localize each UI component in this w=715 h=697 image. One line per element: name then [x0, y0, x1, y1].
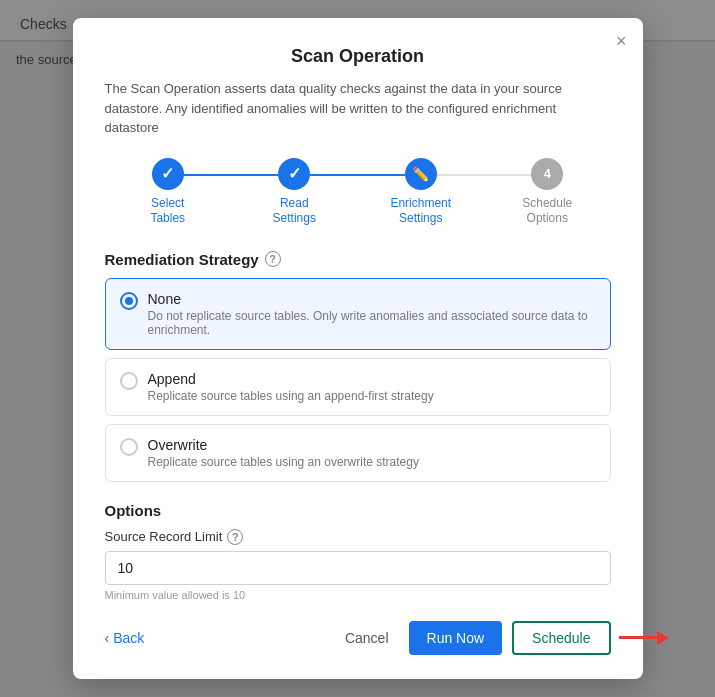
close-button[interactable]: × — [616, 32, 627, 50]
back-button[interactable]: ‹ Back — [105, 630, 145, 646]
remediation-options: None Do not replicate source tables. Onl… — [105, 278, 611, 482]
radio-circle-overwrite — [120, 438, 138, 456]
scan-operation-modal: × Scan Operation The Scan Operation asse… — [73, 18, 643, 679]
modal-overlay: × Scan Operation The Scan Operation asse… — [0, 0, 715, 697]
steps-container: ✓ SelectTables ✓ ReadSettings ✏️ Enrichm… — [105, 158, 611, 227]
step-circle-3: ✏️ — [405, 158, 437, 190]
schedule-button[interactable]: Schedule — [512, 621, 610, 655]
modal-description: The Scan Operation asserts data quality … — [105, 79, 611, 138]
arrow-line — [619, 636, 657, 639]
step-label-3: EnrichmentSettings — [390, 196, 451, 227]
source-record-limit-input[interactable] — [105, 551, 611, 585]
checkmark-icon-2: ✓ — [288, 164, 301, 183]
option-append-text: Append Replicate source tables using an … — [148, 371, 434, 403]
option-overwrite-desc: Replicate source tables using an overwri… — [148, 455, 419, 469]
arrow-head-icon — [657, 631, 669, 645]
option-append[interactable]: Append Replicate source tables using an … — [105, 358, 611, 416]
option-none-desc: Do not replicate source tables. Only wri… — [148, 309, 596, 337]
option-overwrite-label: Overwrite — [148, 437, 419, 453]
option-none-label: None — [148, 291, 596, 307]
options-heading: Options — [105, 502, 611, 519]
option-none[interactable]: None Do not replicate source tables. Onl… — [105, 278, 611, 350]
step-schedule-options: 4 ScheduleOptions — [484, 158, 611, 227]
modal-footer: ‹ Back Cancel Run Now Schedule — [105, 621, 611, 655]
step-select-tables: ✓ SelectTables — [105, 158, 232, 227]
footer-right: Cancel Run Now Schedule — [335, 621, 611, 655]
option-overwrite[interactable]: Overwrite Replicate source tables using … — [105, 424, 611, 482]
radio-circle-append — [120, 372, 138, 390]
radio-dot-none — [125, 297, 133, 305]
arrow-annotation — [619, 631, 669, 645]
source-record-limit-label: Source Record Limit ? — [105, 529, 611, 545]
run-now-button[interactable]: Run Now — [409, 621, 503, 655]
step-label-4: ScheduleOptions — [522, 196, 572, 227]
remediation-heading: Remediation Strategy ? — [105, 251, 611, 268]
option-append-desc: Replicate source tables using an append-… — [148, 389, 434, 403]
step-circle-1: ✓ — [152, 158, 184, 190]
options-section: Options Source Record Limit ? Minimum va… — [105, 502, 611, 601]
option-overwrite-text: Overwrite Replicate source tables using … — [148, 437, 419, 469]
checkmark-icon-1: ✓ — [161, 164, 174, 183]
back-chevron-icon: ‹ — [105, 630, 110, 646]
schedule-btn-wrapper: Schedule — [512, 621, 610, 655]
radio-circle-none — [120, 292, 138, 310]
step-number-4: 4 — [544, 166, 551, 181]
remediation-help-icon[interactable]: ? — [265, 251, 281, 267]
source-record-limit-help-icon[interactable]: ? — [227, 529, 243, 545]
option-none-text: None Do not replicate source tables. Onl… — [148, 291, 596, 337]
step-read-settings: ✓ ReadSettings — [231, 158, 358, 227]
step-circle-4: 4 — [531, 158, 563, 190]
step-label-2: ReadSettings — [273, 196, 316, 227]
cancel-button[interactable]: Cancel — [335, 622, 399, 654]
step-label-1: SelectTables — [150, 196, 185, 227]
option-append-label: Append — [148, 371, 434, 387]
step-enrichment-settings: ✏️ EnrichmentSettings — [358, 158, 485, 227]
modal-title: Scan Operation — [105, 46, 611, 67]
pencil-icon: ✏️ — [412, 166, 429, 182]
source-record-limit-hint: Minimum value allowed is 10 — [105, 589, 611, 601]
step-circle-2: ✓ — [278, 158, 310, 190]
